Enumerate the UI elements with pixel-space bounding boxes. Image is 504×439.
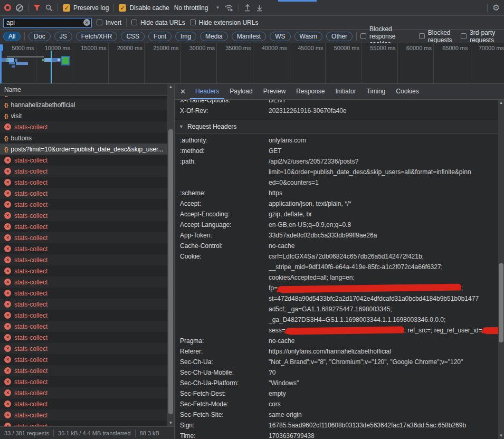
tab-cookies[interactable]: Cookies <box>391 84 424 99</box>
request-row[interactable]: ✕stats-collect <box>0 310 167 321</box>
request-row[interactable]: {}buttons <box>0 132 167 144</box>
invert-checkbox[interactable] <box>97 20 102 25</box>
tab-timing[interactable]: Timing <box>362 84 391 99</box>
waterfall-bar <box>42 59 44 61</box>
scroll-down-icon[interactable]: ▼ <box>498 433 504 439</box>
hide-extension-urls-checkbox[interactable] <box>190 20 196 25</box>
scrollbar-thumb[interactable] <box>168 129 173 414</box>
request-list-scrollbar[interactable]: ▲ ▼ <box>167 84 174 426</box>
network-conditions-icon[interactable] <box>224 4 234 12</box>
more-filter-checkbox[interactable] <box>419 33 425 39</box>
disable-cache-checkbox[interactable]: ✓ <box>119 4 126 12</box>
disable-cache-toggle[interactable]: ✓ Disable cache <box>119 4 169 12</box>
hide-data-urls-toggle[interactable]: Hide data URLs <box>131 19 185 26</box>
tab-headers[interactable]: Headers <box>190 84 224 99</box>
request-row[interactable]: ✕stats-collect <box>0 321 167 332</box>
scroll-up-icon[interactable]: ▲ <box>498 100 504 106</box>
request-row[interactable]: {}hannahelizabethofficial <box>0 99 167 110</box>
request-row[interactable]: ✕stats-collect <box>0 177 167 188</box>
request-row[interactable]: ✕stats-collect <box>0 421 167 426</box>
waterfall-bar <box>1 58 6 62</box>
filter-pill-manifest[interactable]: Manifest <box>232 32 266 41</box>
record-button[interactable] <box>4 4 11 11</box>
scroll-down-icon[interactable]: ▼ <box>167 420 174 426</box>
header-value-line: cookiesAccepted=all; lang=en; <box>269 272 498 283</box>
filter-input[interactable] <box>3 18 92 28</box>
close-icon[interactable]: ✕ <box>179 88 190 96</box>
request-row[interactable]: ✕stats-collect <box>0 343 167 354</box>
request-row[interactable]: {}posts?limit=10&order=publish_date_desc… <box>0 144 167 155</box>
preserve-log-toggle[interactable]: ✓ Preserve log <box>63 4 109 12</box>
more-filter-checkbox[interactable] <box>461 33 467 39</box>
more-filter-checkbox[interactable] <box>360 33 366 39</box>
request-row[interactable]: ✕stats-collect <box>0 398 167 409</box>
request-row[interactable]: ✕stats-collect <box>0 387 167 398</box>
filter-pill-doc[interactable]: Doc <box>28 32 50 41</box>
timeline-selection-handle-nub[interactable] <box>0 44 3 51</box>
preserve-log-checkbox[interactable]: ✓ <box>63 4 70 12</box>
request-row[interactable]: ✕stats-collect <box>0 121 167 132</box>
filter-pill-media[interactable]: Media <box>200 32 228 41</box>
search-icon[interactable] <box>45 4 53 12</box>
request-row[interactable]: ✕stats-collect <box>0 354 167 365</box>
throttling-dropdown[interactable]: No throttling ▼ <box>174 4 220 12</box>
request-row[interactable]: ✕stats-collect <box>0 210 167 221</box>
request-name: stats-collect <box>14 279 47 286</box>
tab-response[interactable]: Response <box>291 84 330 99</box>
clear-filter-icon[interactable]: ✕ <box>83 19 90 26</box>
name-column-header[interactable]: Name <box>0 84 174 96</box>
json-request-icon: {} <box>4 135 8 141</box>
request-row[interactable]: ✕stats-collect <box>0 155 167 166</box>
header-value-line: _ga_D4827DS3H4=GS1.1.1698003344.1.1.1698… <box>269 314 498 325</box>
filter-pill-ws[interactable]: WS <box>270 32 290 41</box>
request-name: stats-collect <box>14 367 47 375</box>
filter-pill-js[interactable]: JS <box>54 32 72 41</box>
filter-pill-fetch-xhr[interactable]: Fetch/XHR <box>76 32 118 41</box>
request-row[interactable]: ✕stats-collect <box>0 299 167 310</box>
filter-pill-wasm[interactable]: Wasm <box>294 32 323 41</box>
filter-pill-other[interactable]: Other <box>326 32 353 41</box>
header-entry: :method:GET <box>180 146 498 156</box>
header-entry: Sec-Ch-Ua-Platform:"Windows" <box>180 378 498 388</box>
request-row[interactable]: ✕stats-collect <box>0 288 167 299</box>
timeline-overview[interactable]: 5000 ms10000 ms15000 ms20000 ms25000 ms3… <box>0 43 504 84</box>
request-row[interactable]: ✕stats-collect <box>0 376 167 387</box>
settings-gear-icon[interactable]: ⚙ <box>492 4 500 12</box>
request-row[interactable]: ✕stats-collect <box>0 243 167 254</box>
request-failed-icon: ✕ <box>4 190 11 197</box>
timeline-tick: 35000 ms <box>217 43 253 84</box>
request-row[interactable]: ✕stats-collect <box>0 232 167 243</box>
filter-pill-font[interactable]: Font <box>148 32 172 41</box>
request-row[interactable]: ✕stats-collect <box>0 199 167 210</box>
request-row[interactable]: ✕stats-collect <box>0 365 167 376</box>
filter-funnel-icon[interactable] <box>33 4 41 11</box>
clear-requests-icon[interactable] <box>16 4 23 12</box>
request-row[interactable]: ✕stats-collect <box>0 254 167 265</box>
request-row[interactable]: ✕stats-collect <box>0 221 167 232</box>
filter-pill-css[interactable]: CSS <box>121 32 145 41</box>
request-row[interactable]: ✕stats-collect <box>0 188 167 199</box>
hide-data-urls-checkbox[interactable] <box>131 20 137 25</box>
request-row[interactable]: ✕stats-collect <box>0 409 167 421</box>
tab-payload[interactable]: Payload <box>224 84 258 99</box>
tab-initiator[interactable]: Initiator <box>330 84 361 99</box>
filter-pill-all[interactable]: All <box>3 32 21 41</box>
more-filter-toggle[interactable]: 3rd-party requests <box>461 29 501 44</box>
request-row[interactable]: ✕stats-collect <box>0 166 167 177</box>
invert-toggle[interactable]: Invert <box>97 19 121 26</box>
request-row[interactable]: ✕stats-collect <box>0 332 167 343</box>
import-har-icon[interactable] <box>244 4 251 12</box>
scrollbar-thumb[interactable] <box>499 263 503 342</box>
request-headers-section-header[interactable]: ▼Request Headers <box>175 120 498 133</box>
request-row[interactable]: ✕stats-collect <box>0 265 167 276</box>
request-row[interactable]: ✕stats-collect <box>0 276 167 288</box>
hide-extension-urls-toggle[interactable]: Hide extension URLs <box>190 19 259 26</box>
filter-pill-img[interactable]: Img <box>175 32 196 41</box>
request-row[interactable]: {}visit <box>0 110 167 121</box>
scroll-up-icon[interactable]: ▲ <box>167 84 174 90</box>
export-har-icon[interactable] <box>256 4 263 12</box>
details-scrollbar[interactable]: ▲ ▼ <box>498 100 504 439</box>
more-filter-toggle[interactable]: Blocked requests <box>419 29 457 44</box>
header-value-line: ?0 <box>269 367 498 378</box>
tab-preview[interactable]: Preview <box>258 84 291 99</box>
